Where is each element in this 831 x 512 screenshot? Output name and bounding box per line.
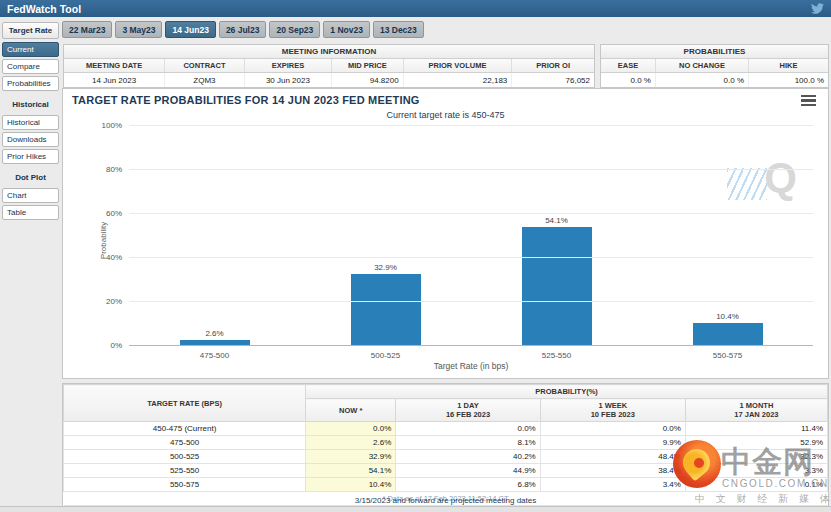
bar-value-label: 32.9% — [374, 263, 397, 272]
tab-14-jun23[interactable]: 14 Jun23 — [165, 21, 215, 38]
meeting-header-row: MEETING DATECONTRACTEXPIRESMID PRICEPRIO… — [64, 59, 594, 73]
column-header-1-week: 1 WEEK10 FEB 2023 — [540, 399, 685, 422]
meeting-value-prior-oi: 76,052 — [512, 73, 594, 88]
probability-cell: 40.2% — [396, 450, 540, 464]
meeting-value-meeting-date: 14 Jun 2023 — [64, 73, 165, 88]
meeting-header-expires: EXPIRES — [244, 59, 331, 73]
column-header-1-day: 1 DAY16 FEB 2023 — [396, 399, 540, 422]
column-header-now: NOW * — [306, 399, 396, 422]
prob-value-row: 0.0 %0.0 %100.0 % — [601, 73, 828, 88]
probability-cell: 52.9% — [685, 436, 827, 450]
probability-cell: 0.1% — [685, 478, 827, 492]
probability-cell: 0.0% — [306, 422, 396, 436]
y-tick-0: 0% — [89, 341, 129, 350]
gridline-80 — [129, 169, 813, 170]
y-tick-40: 40% — [89, 253, 129, 262]
table-row: 550-57510.4%6.8%3.4%0.1% — [64, 478, 828, 492]
sidebar-item-chart[interactable]: Chart — [2, 188, 59, 203]
rate-cell: 550-575 — [64, 478, 306, 492]
column-header-line2: 17 JAN 2023 — [686, 410, 827, 419]
gridline-20 — [129, 301, 813, 302]
rate-cell: 500-525 — [64, 450, 306, 464]
prob-header-ease: EASE — [601, 59, 655, 73]
probability-cell: 8.1% — [396, 436, 540, 450]
probability-cell: 54.1% — [306, 464, 396, 478]
sidebar-item-prior-hikes[interactable]: Prior Hikes — [2, 149, 59, 164]
column-header-1-month: 1 MONTH17 JAN 2023 — [685, 399, 827, 422]
probability-cell: 6.8% — [396, 478, 540, 492]
tab-13-dec23[interactable]: 13 Dec23 — [373, 21, 424, 38]
sidebar: Target RateCurrentCompareProbabilitiesHi… — [2, 22, 59, 222]
prob-header-no-change: NO CHANGE — [655, 59, 748, 73]
bar-500-525 — [351, 274, 421, 346]
column-header-line2: 10 FEB 2023 — [541, 410, 685, 419]
twitter-icon[interactable] — [811, 2, 824, 15]
probability-cell: 9.9% — [540, 436, 685, 450]
projected-dates-note: 3/15/2023 and forward are projected meet… — [62, 496, 829, 505]
tab-3-may23[interactable]: 3 May23 — [115, 21, 162, 38]
rate-cell: 525-550 — [64, 464, 306, 478]
x-tick-475-500: 475-500 — [129, 346, 300, 360]
probability-cell: 48.4% — [540, 450, 685, 464]
meeting-header-prior-volume: PRIOR VOLUME — [403, 59, 512, 73]
probabilities-table: EASENO CHANGEHIKE0.0 %0.0 %100.0 % — [601, 59, 828, 87]
column-header-line1: 1 MONTH — [686, 401, 827, 410]
meeting-header-mid-price: MID PRICE — [332, 59, 404, 73]
sidebar-item-probabilities[interactable]: Probabilities — [2, 76, 59, 91]
y-tick-100: 100% — [89, 121, 129, 130]
meeting-header-prior-oi: PRIOR OI — [512, 59, 594, 73]
sidebar-item-compare[interactable]: Compare — [2, 59, 59, 74]
tab-20-sep23[interactable]: 20 Sep23 — [269, 21, 320, 38]
sidebar-item-table[interactable]: Table — [2, 205, 59, 220]
table-row: 475-5002.6%8.1%9.9%52.9% — [64, 436, 828, 450]
probability-history-panel: TARGET RATE (BPS) PROBABILITY(%) NOW *1 … — [62, 383, 829, 507]
bar-slot-525-550: 54.1% — [471, 126, 642, 346]
chart-menu-icon[interactable] — [801, 95, 816, 108]
meeting-header-contract: CONTRACT — [165, 59, 245, 73]
probability-cell: 3.3% — [685, 464, 827, 478]
gridline-60 — [129, 213, 813, 214]
bar-chart-plot: Probability Q 2.6%32.9%54.1%10.4% 475-50… — [129, 126, 813, 346]
column-header-line2: 16 FEB 2023 — [396, 410, 539, 419]
meeting-value-mid-price: 94.8200 — [332, 73, 404, 88]
tab-22-mar23[interactable]: 22 Mar23 — [62, 21, 112, 38]
meeting-value-prior-volume: 22,183 — [403, 73, 512, 88]
prob-value-hike: 100.0 % — [749, 73, 828, 88]
probability-cell: 38.4% — [540, 464, 685, 478]
meeting-information-title: MEETING INFORMATION — [64, 45, 594, 59]
sidebar-section-target-rate: Target Rate — [2, 22, 59, 39]
meeting-tab-bar: 22 Mar233 May2314 Jun2326 Jul2320 Sep231… — [62, 21, 427, 38]
bar-550-575 — [693, 323, 763, 346]
bar-slot-550-575: 10.4% — [642, 126, 813, 346]
probability-cell: 32.9% — [306, 450, 396, 464]
x-tick-500-525: 500-525 — [300, 346, 471, 360]
prob-value-ease: 0.0 % — [601, 73, 655, 88]
meeting-value-expires: 30 Jun 2023 — [244, 73, 331, 88]
bar-value-label: 10.4% — [716, 312, 739, 321]
bar-series: 2.6%32.9%54.1%10.4% — [129, 126, 813, 346]
bar-value-label: 54.1% — [545, 216, 568, 225]
tab-1-nov23[interactable]: 1 Nov23 — [323, 21, 370, 38]
sidebar-item-current[interactable]: Current — [2, 42, 59, 57]
sidebar-item-historical[interactable]: Historical — [2, 115, 59, 130]
bar-525-550 — [522, 227, 592, 346]
chart-title: TARGET RATE PROBABILITIES FOR 14 JUN 202… — [72, 94, 420, 106]
chart-panel: TARGET RATE PROBABILITIES FOR 14 JUN 202… — [62, 88, 829, 379]
column-header-line1: 1 DAY — [396, 401, 539, 410]
y-tick-20: 20% — [89, 297, 129, 306]
gridline-40 — [129, 257, 813, 258]
prob-header-row: EASENO CHANGEHIKE — [601, 59, 828, 73]
probability-cell: 3.4% — [540, 478, 685, 492]
tab-26-jul23[interactable]: 26 Jul23 — [219, 21, 267, 38]
y-tick-80: 80% — [89, 165, 129, 174]
probability-cell: 32.3% — [685, 450, 827, 464]
probability-group-header: PROBABILITY(%) — [306, 385, 828, 399]
meeting-header-meeting-date: MEETING DATE — [64, 59, 165, 73]
probabilities-title: PROBABILITIES — [601, 45, 828, 59]
x-tick-550-575: 550-575 — [642, 346, 813, 360]
rate-cell: 475-500 — [64, 436, 306, 450]
target-rate-column-header: TARGET RATE (BPS) — [64, 385, 306, 422]
sidebar-item-downloads[interactable]: Downloads — [2, 132, 59, 147]
column-header-line1: 1 WEEK — [541, 401, 685, 410]
sidebar-section-dot-plot: Dot Plot — [2, 170, 59, 185]
